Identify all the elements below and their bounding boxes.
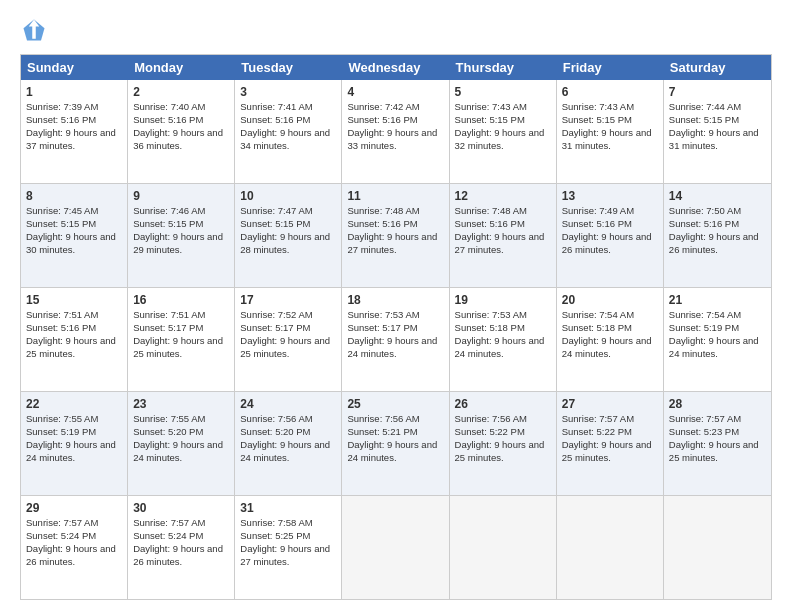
day-number: 18 bbox=[347, 292, 443, 308]
sunset-text: Sunset: 5:19 PM bbox=[669, 322, 739, 333]
day-cell-8: 8Sunrise: 7:45 AMSunset: 5:15 PMDaylight… bbox=[21, 184, 128, 287]
daylight-text: Daylight: 9 hours and 25 minutes. bbox=[133, 335, 223, 359]
day-number: 25 bbox=[347, 396, 443, 412]
sunrise-text: Sunrise: 7:57 AM bbox=[669, 413, 741, 424]
sunset-text: Sunset: 5:18 PM bbox=[562, 322, 632, 333]
daylight-text: Daylight: 9 hours and 34 minutes. bbox=[240, 127, 330, 151]
sunset-text: Sunset: 5:22 PM bbox=[455, 426, 525, 437]
day-number: 21 bbox=[669, 292, 766, 308]
day-number: 11 bbox=[347, 188, 443, 204]
sunrise-text: Sunrise: 7:53 AM bbox=[347, 309, 419, 320]
day-cell-25: 25Sunrise: 7:56 AMSunset: 5:21 PMDayligh… bbox=[342, 392, 449, 495]
daylight-text: Daylight: 9 hours and 24 minutes. bbox=[240, 439, 330, 463]
day-cell-14: 14Sunrise: 7:50 AMSunset: 5:16 PMDayligh… bbox=[664, 184, 771, 287]
day-cell-20: 20Sunrise: 7:54 AMSunset: 5:18 PMDayligh… bbox=[557, 288, 664, 391]
daylight-text: Daylight: 9 hours and 24 minutes. bbox=[455, 335, 545, 359]
day-number: 19 bbox=[455, 292, 551, 308]
day-cell-31: 31Sunrise: 7:58 AMSunset: 5:25 PMDayligh… bbox=[235, 496, 342, 599]
day-number: 7 bbox=[669, 84, 766, 100]
day-number: 24 bbox=[240, 396, 336, 412]
sunset-text: Sunset: 5:16 PM bbox=[240, 114, 310, 125]
sunrise-text: Sunrise: 7:39 AM bbox=[26, 101, 98, 112]
daylight-text: Daylight: 9 hours and 26 minutes. bbox=[26, 543, 116, 567]
daylight-text: Daylight: 9 hours and 27 minutes. bbox=[347, 231, 437, 255]
day-number: 2 bbox=[133, 84, 229, 100]
day-cell-17: 17Sunrise: 7:52 AMSunset: 5:17 PMDayligh… bbox=[235, 288, 342, 391]
calendar: SundayMondayTuesdayWednesdayThursdayFrid… bbox=[20, 54, 772, 600]
sunrise-text: Sunrise: 7:56 AM bbox=[347, 413, 419, 424]
day-cell-23: 23Sunrise: 7:55 AMSunset: 5:20 PMDayligh… bbox=[128, 392, 235, 495]
day-number: 3 bbox=[240, 84, 336, 100]
day-cell-5: 5Sunrise: 7:43 AMSunset: 5:15 PMDaylight… bbox=[450, 80, 557, 183]
sunset-text: Sunset: 5:17 PM bbox=[347, 322, 417, 333]
calendar-row-5: 29Sunrise: 7:57 AMSunset: 5:24 PMDayligh… bbox=[21, 496, 771, 599]
sunset-text: Sunset: 5:16 PM bbox=[133, 114, 203, 125]
day-cell-29: 29Sunrise: 7:57 AMSunset: 5:24 PMDayligh… bbox=[21, 496, 128, 599]
sunset-text: Sunset: 5:15 PM bbox=[133, 218, 203, 229]
sunrise-text: Sunrise: 7:40 AM bbox=[133, 101, 205, 112]
sunset-text: Sunset: 5:16 PM bbox=[455, 218, 525, 229]
daylight-text: Daylight: 9 hours and 24 minutes. bbox=[26, 439, 116, 463]
daylight-text: Daylight: 9 hours and 24 minutes. bbox=[669, 335, 759, 359]
sunset-text: Sunset: 5:16 PM bbox=[26, 322, 96, 333]
daylight-text: Daylight: 9 hours and 26 minutes. bbox=[133, 543, 223, 567]
sunset-text: Sunset: 5:16 PM bbox=[669, 218, 739, 229]
sunrise-text: Sunrise: 7:57 AM bbox=[562, 413, 634, 424]
day-number: 9 bbox=[133, 188, 229, 204]
daylight-text: Daylight: 9 hours and 28 minutes. bbox=[240, 231, 330, 255]
day-number: 17 bbox=[240, 292, 336, 308]
sunrise-text: Sunrise: 7:57 AM bbox=[133, 517, 205, 528]
daylight-text: Daylight: 9 hours and 24 minutes. bbox=[347, 439, 437, 463]
sunset-text: Sunset: 5:25 PM bbox=[240, 530, 310, 541]
day-number: 15 bbox=[26, 292, 122, 308]
day-cell-21: 21Sunrise: 7:54 AMSunset: 5:19 PMDayligh… bbox=[664, 288, 771, 391]
day-number: 6 bbox=[562, 84, 658, 100]
daylight-text: Daylight: 9 hours and 30 minutes. bbox=[26, 231, 116, 255]
empty-cell bbox=[450, 496, 557, 599]
day-number: 5 bbox=[455, 84, 551, 100]
sunset-text: Sunset: 5:15 PM bbox=[562, 114, 632, 125]
day-cell-1: 1Sunrise: 7:39 AMSunset: 5:16 PMDaylight… bbox=[21, 80, 128, 183]
day-cell-2: 2Sunrise: 7:40 AMSunset: 5:16 PMDaylight… bbox=[128, 80, 235, 183]
daylight-text: Daylight: 9 hours and 25 minutes. bbox=[455, 439, 545, 463]
daylight-text: Daylight: 9 hours and 27 minutes. bbox=[455, 231, 545, 255]
day-number: 31 bbox=[240, 500, 336, 516]
daylight-text: Daylight: 9 hours and 25 minutes. bbox=[562, 439, 652, 463]
empty-cell bbox=[342, 496, 449, 599]
daylight-text: Daylight: 9 hours and 31 minutes. bbox=[669, 127, 759, 151]
logo-icon bbox=[20, 16, 48, 44]
calendar-header: SundayMondayTuesdayWednesdayThursdayFrid… bbox=[21, 55, 771, 80]
day-cell-27: 27Sunrise: 7:57 AMSunset: 5:22 PMDayligh… bbox=[557, 392, 664, 495]
day-number: 10 bbox=[240, 188, 336, 204]
sunrise-text: Sunrise: 7:58 AM bbox=[240, 517, 312, 528]
sunrise-text: Sunrise: 7:50 AM bbox=[669, 205, 741, 216]
header-day-wednesday: Wednesday bbox=[342, 55, 449, 80]
sunset-text: Sunset: 5:16 PM bbox=[562, 218, 632, 229]
sunset-text: Sunset: 5:24 PM bbox=[26, 530, 96, 541]
sunrise-text: Sunrise: 7:48 AM bbox=[455, 205, 527, 216]
sunset-text: Sunset: 5:16 PM bbox=[347, 218, 417, 229]
empty-cell bbox=[664, 496, 771, 599]
day-cell-4: 4Sunrise: 7:42 AMSunset: 5:16 PMDaylight… bbox=[342, 80, 449, 183]
page: SundayMondayTuesdayWednesdayThursdayFrid… bbox=[0, 0, 792, 612]
sunset-text: Sunset: 5:17 PM bbox=[133, 322, 203, 333]
day-number: 27 bbox=[562, 396, 658, 412]
calendar-body: 1Sunrise: 7:39 AMSunset: 5:16 PMDaylight… bbox=[21, 80, 771, 599]
day-cell-15: 15Sunrise: 7:51 AMSunset: 5:16 PMDayligh… bbox=[21, 288, 128, 391]
sunset-text: Sunset: 5:15 PM bbox=[240, 218, 310, 229]
header-day-sunday: Sunday bbox=[21, 55, 128, 80]
sunset-text: Sunset: 5:20 PM bbox=[133, 426, 203, 437]
sunset-text: Sunset: 5:23 PM bbox=[669, 426, 739, 437]
header-day-tuesday: Tuesday bbox=[235, 55, 342, 80]
day-number: 4 bbox=[347, 84, 443, 100]
day-cell-24: 24Sunrise: 7:56 AMSunset: 5:20 PMDayligh… bbox=[235, 392, 342, 495]
sunrise-text: Sunrise: 7:49 AM bbox=[562, 205, 634, 216]
sunset-text: Sunset: 5:15 PM bbox=[455, 114, 525, 125]
sunset-text: Sunset: 5:15 PM bbox=[26, 218, 96, 229]
sunset-text: Sunset: 5:20 PM bbox=[240, 426, 310, 437]
header-day-monday: Monday bbox=[128, 55, 235, 80]
daylight-text: Daylight: 9 hours and 26 minutes. bbox=[562, 231, 652, 255]
sunrise-text: Sunrise: 7:44 AM bbox=[669, 101, 741, 112]
day-number: 14 bbox=[669, 188, 766, 204]
day-number: 26 bbox=[455, 396, 551, 412]
